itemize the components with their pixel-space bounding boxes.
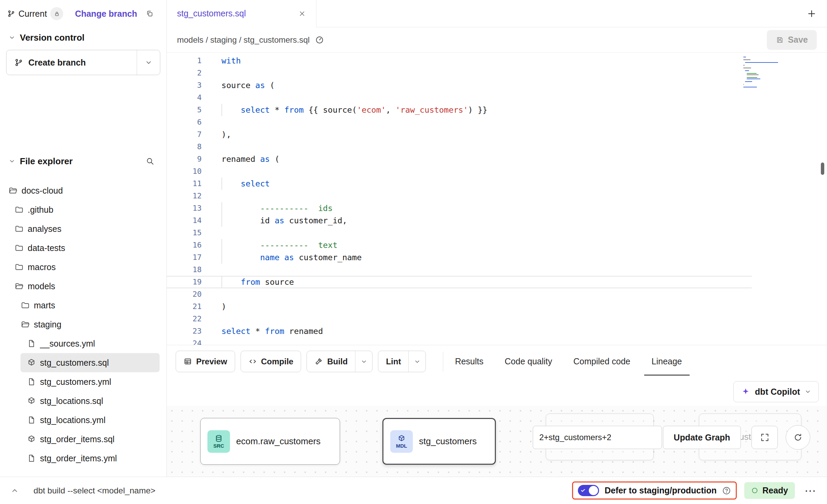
version-control-label: Version control — [20, 32, 84, 43]
tab-code-quality[interactable]: Code quality — [505, 345, 552, 378]
tree-item--github[interactable]: .github — [0, 200, 166, 219]
code-line[interactable]: 21) — [167, 300, 827, 313]
code-line[interactable]: 10 — [167, 165, 827, 178]
more-options-button[interactable]: ⋯ — [802, 485, 819, 496]
code-line[interactable]: 2 — [167, 67, 827, 79]
build-button[interactable]: Build — [307, 351, 372, 372]
update-graph-button[interactable]: Update Graph — [663, 426, 741, 449]
code-line[interactable]: 8 — [167, 141, 827, 153]
code-line[interactable]: 13 ---------- ids — [167, 202, 827, 214]
code-editor[interactable]: 1with23source as (45 select * from {{ so… — [167, 53, 827, 345]
help-icon[interactable] — [722, 486, 731, 495]
tab-compiled-code[interactable]: Compiled code — [573, 345, 631, 378]
line-content: select * from renamed — [202, 325, 323, 337]
current-branch-button[interactable]: Current — [8, 7, 63, 20]
code-line[interactable]: 11 select — [167, 178, 827, 190]
create-branch-button[interactable]: Create branch — [6, 50, 160, 75]
chevron-down-icon — [9, 158, 15, 164]
lineage-node-ecom-raw-customers[interactable]: SRCecom.raw_customers — [200, 418, 340, 465]
dbt-copilot-label: dbt Copilot — [755, 387, 800, 397]
tab-stg-customers-sql[interactable]: stg_customers.sql — [167, 0, 316, 27]
code-line[interactable]: 14 id as customer_id, — [167, 214, 827, 227]
editor-scrollbar[interactable] — [821, 163, 824, 175]
code-line[interactable]: 19 from source — [167, 276, 752, 288]
code-line[interactable]: 3source as ( — [167, 79, 827, 92]
code-line[interactable]: 7), — [167, 128, 827, 141]
version-control-header[interactable]: Version control — [0, 27, 166, 48]
tab-title: stg_customers.sql — [177, 9, 246, 18]
build-dropdown[interactable] — [355, 351, 372, 372]
lineage-canvas[interactable]: Update Graph SRCecom.raw_customersMDLstg… — [167, 406, 827, 477]
tree-item-data-tests[interactable]: data-tests — [0, 238, 166, 257]
action-toolbar: PreviewCompileBuildLint ResultsCode qual… — [167, 345, 827, 378]
collapse-panel-icon[interactable] — [8, 487, 18, 494]
tree-item-staging[interactable]: staging — [0, 315, 166, 334]
code-line[interactable]: 5 select * from {{ source('ecom', 'raw_c… — [167, 104, 827, 116]
line-number: 13 — [167, 202, 202, 214]
tree-item-stg-customers-sql[interactable]: stg_customers.sql — [21, 353, 160, 372]
code-line[interactable]: 12 — [167, 190, 827, 202]
save-icon — [776, 36, 784, 44]
change-branch-link[interactable]: Change branch — [75, 9, 137, 19]
defer-toggle[interactable] — [578, 485, 599, 496]
build-button-main[interactable]: Build — [307, 351, 355, 372]
folder-open-icon — [21, 320, 30, 329]
line-content — [202, 116, 221, 128]
minimap[interactable] — [743, 57, 786, 89]
line-content: with — [202, 55, 241, 67]
line-content: id as customer_id, — [202, 214, 347, 227]
code-line[interactable]: 1with — [167, 55, 827, 67]
search-icon[interactable] — [146, 157, 154, 165]
code-line[interactable]: 6 — [167, 116, 827, 128]
tree-item-stg-locations-yml[interactable]: stg_locations.yml — [0, 410, 166, 430]
dbt-copilot-button[interactable]: dbt Copilot — [733, 381, 819, 402]
code-line[interactable]: 22 — [167, 313, 827, 325]
create-branch-dropdown[interactable] — [137, 50, 160, 75]
refresh-button[interactable] — [786, 425, 810, 450]
code-line[interactable]: 23select * from renamed — [167, 325, 827, 337]
code-line[interactable]: 16 ---------- text — [167, 239, 827, 251]
hammer-icon — [314, 357, 323, 366]
tree-item-models[interactable]: models — [0, 277, 166, 296]
status-bar-right: Defer to staging/production Ready ⋯ — [572, 481, 819, 500]
close-icon[interactable] — [298, 10, 306, 17]
tab-lineage[interactable]: Lineage — [652, 345, 682, 378]
fullscreen-button[interactable] — [751, 426, 778, 449]
tab-results[interactable]: Results — [455, 345, 483, 378]
tree-item-marts[interactable]: marts — [0, 296, 166, 315]
code-line[interactable]: 9renamed as ( — [167, 153, 827, 165]
lineage-node-stg-customers[interactable]: MDLstg_customers — [382, 418, 496, 465]
code-line[interactable]: 17 name as customer_name — [167, 251, 827, 264]
tree-item-docs-cloud[interactable]: docs-cloud — [0, 181, 166, 200]
preview-button-main[interactable]: Preview — [176, 351, 235, 372]
file-icon — [27, 416, 36, 424]
preview-button[interactable]: Preview — [176, 351, 235, 372]
code-line[interactable]: 4 — [167, 92, 827, 104]
tree-item-stg-order-items-sql[interactable]: stg_order_items.sql — [0, 430, 166, 449]
tree-item-stg-locations-sql[interactable]: stg_locations.sql — [0, 391, 166, 410]
save-button[interactable]: Save — [767, 30, 817, 50]
create-branch-main[interactable]: Create branch — [6, 58, 137, 68]
tree-item-macros[interactable]: macros — [0, 257, 166, 277]
code-line[interactable]: 24 — [167, 337, 827, 345]
new-tab-button[interactable] — [806, 0, 817, 27]
copy-branch-icon[interactable] — [146, 10, 153, 17]
gauge-icon[interactable] — [315, 36, 324, 44]
code-line[interactable]: 20 — [167, 288, 827, 300]
lint-dropdown[interactable] — [408, 351, 425, 372]
line-number: 5 — [167, 104, 202, 116]
line-number: 15 — [167, 227, 202, 239]
file-explorer-header[interactable]: File explorer — [0, 151, 166, 171]
lint-button-main[interactable]: Lint — [378, 351, 408, 372]
compile-button[interactable]: Compile — [241, 351, 301, 372]
tree-item-stg-customers-yml[interactable]: stg_customers.yml — [0, 372, 166, 391]
code-line[interactable]: 15 — [167, 227, 827, 239]
breadcrumb: models / staging / stg_customers.sql — [177, 35, 310, 45]
tree-item-stg-order-items-yml[interactable]: stg_order_items.yml — [0, 449, 166, 468]
tree-item-analyses[interactable]: analyses — [0, 219, 166, 238]
code-line[interactable]: 18 — [167, 264, 827, 276]
compile-button-main[interactable]: Compile — [241, 351, 301, 372]
tree-item--sources-yml[interactable]: __sources.yml — [0, 334, 166, 353]
lint-button[interactable]: Lint — [378, 351, 426, 372]
lineage-selector-input[interactable] — [533, 426, 662, 449]
